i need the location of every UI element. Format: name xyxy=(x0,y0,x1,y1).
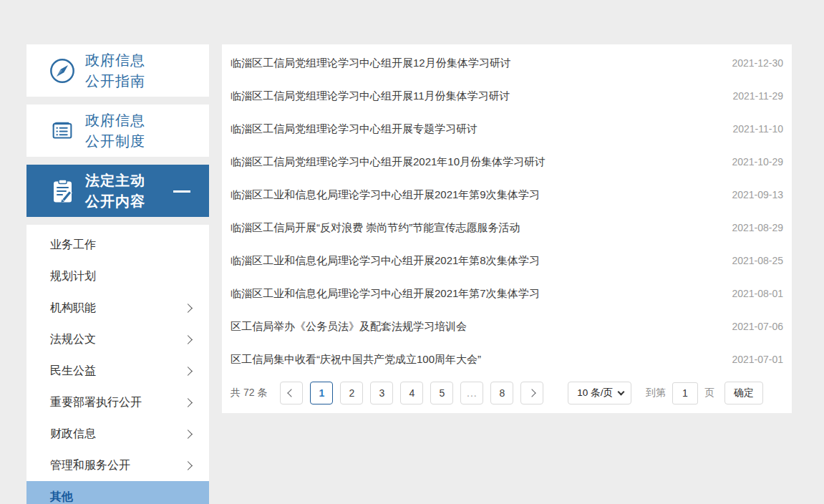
page: { "page": { "background": "#ededed", "ac… xyxy=(0,0,824,504)
policy-book-icon xyxy=(48,117,77,145)
page-size-value: 10 条/页 xyxy=(577,387,613,399)
sidebar-item-public-welfare[interactable]: 民生公益 xyxy=(26,355,209,387)
chevron-right-icon xyxy=(183,430,193,439)
goto-page-group: 到第 页 确定 xyxy=(646,382,763,404)
sidebar: 政府信息 公开指南 政府信息 公开制度 xyxy=(26,44,209,504)
content-panel: 临淄区工信局党组理论学习中心组开展12月份集体学习研讨 2021-12-30 临… xyxy=(222,44,792,413)
card-title: 法定主动 公开内容 xyxy=(85,170,145,212)
sidebar-card-statutory-disclosure[interactable]: 法定主动 公开内容 xyxy=(26,165,209,217)
page-button-1[interactable]: 1 xyxy=(310,382,333,404)
page-ellipsis-button[interactable]: ... xyxy=(460,382,483,404)
news-date: 2021-08-29 xyxy=(732,222,783,233)
news-title-link[interactable]: 临淄区工信局党组理论学习中心组开展11月份集体学习研讨 xyxy=(231,89,718,103)
total-count-label: 共 72 条 xyxy=(231,387,267,399)
menu-label: 业务工作 xyxy=(50,238,191,253)
chevron-right-icon xyxy=(183,304,193,313)
sidebar-item-management-service[interactable]: 管理和服务公开 xyxy=(26,450,209,481)
news-date: 2021-08-01 xyxy=(732,288,783,299)
list-item[interactable]: 临淄区工信局党组理论学习中心组开展12月份集体学习研讨 2021-12-30 xyxy=(231,47,783,79)
news-title-link[interactable]: 临淄区工业和信息化局理论学习中心组开展2021年第8次集体学习 xyxy=(231,254,717,268)
menu-label: 机构职能 xyxy=(50,301,185,316)
chevron-right-icon xyxy=(183,367,193,376)
card-title-line2: 公开制度 xyxy=(85,131,145,152)
news-date: 2021-09-13 xyxy=(732,189,783,200)
sidebar-item-other[interactable]: 其他 xyxy=(26,481,209,504)
goto-prefix-label: 到第 xyxy=(646,387,666,399)
news-date: 2021-11-10 xyxy=(732,123,783,135)
collapse-minus-icon[interactable] xyxy=(173,190,190,193)
clipboard-pen-icon xyxy=(48,177,77,205)
sidebar-item-planning[interactable]: 规划计划 xyxy=(26,261,209,292)
page-size-select[interactable]: 10 条/页 xyxy=(568,382,631,404)
card-title-line1: 政府信息 xyxy=(85,50,145,71)
goto-page-input[interactable] xyxy=(672,382,698,404)
chevron-right-icon xyxy=(183,461,193,470)
card-title: 政府信息 公开制度 xyxy=(85,110,145,152)
page-button-5[interactable]: 5 xyxy=(430,382,453,404)
menu-label: 民生公益 xyxy=(50,364,185,379)
goto-suffix-label: 页 xyxy=(704,387,714,399)
news-date: 2021-12-30 xyxy=(732,57,783,69)
page-button-8[interactable]: 8 xyxy=(490,382,513,404)
list-item[interactable]: 临淄区工业和信息化局理论学习中心组开展2021年第9次集体学习 2021-09-… xyxy=(231,178,783,211)
list-item[interactable]: 区工信局举办《公务员法》及配套法规学习培训会 2021-07-06 xyxy=(231,310,783,343)
sidebar-item-key-deployment[interactable]: 重要部署执行公开 xyxy=(26,387,209,418)
list-item[interactable]: 临淄区工业和信息化局理论学习中心组开展2021年第8次集体学习 2021-08-… xyxy=(231,244,783,277)
list-item[interactable]: 临淄区工信局党组理论学习中心组开展专题学习研讨 2021-11-10 xyxy=(231,112,783,145)
sidebar-item-fiscal-info[interactable]: 财政信息 xyxy=(26,418,209,450)
list-item[interactable]: 临淄区工信局党组理论学习中心组开展11月份集体学习研讨 2021-11-29 xyxy=(231,79,783,112)
chevron-down-icon xyxy=(617,388,624,395)
sidebar-submenu: 业务工作 规划计划 机构职能 法规公文 民生公益 重要部署执行公开 财政信息 管… xyxy=(26,225,209,504)
pagination-bar: 共 72 条 1 2 3 4 5 ... 8 10 条/页 到第 页 确定 xyxy=(222,376,792,404)
menu-label: 重要部署执行公开 xyxy=(50,395,185,410)
prev-page-button[interactable] xyxy=(280,382,303,404)
next-page-button[interactable] xyxy=(520,382,543,404)
page-button-4[interactable]: 4 xyxy=(400,382,423,404)
news-date: 2021-07-06 xyxy=(732,321,783,332)
page-button-3[interactable]: 3 xyxy=(370,382,393,404)
card-title-line1: 法定主动 xyxy=(85,170,145,191)
news-date: 2021-10-29 xyxy=(732,156,783,168)
sidebar-item-regulations[interactable]: 法规公文 xyxy=(26,324,209,355)
news-title-link[interactable]: 临淄区工信局党组理论学习中心组开展专题学习研讨 xyxy=(231,122,718,136)
menu-label: 其他 xyxy=(50,490,191,504)
news-title-link[interactable]: 临淄区工业和信息化局理论学习中心组开展2021年第9次集体学习 xyxy=(231,188,717,202)
list-item[interactable]: 临淄区工业和信息化局理论学习中心组开展2021年第7次集体学习 2021-08-… xyxy=(231,277,783,310)
menu-label: 规划计划 xyxy=(50,269,191,284)
chevron-right-icon xyxy=(528,389,536,397)
chevron-left-icon xyxy=(288,389,296,397)
confirm-button[interactable]: 确定 xyxy=(724,382,763,404)
compass-icon xyxy=(48,57,77,85)
menu-label: 财政信息 xyxy=(50,427,185,442)
menu-label: 法规公文 xyxy=(50,332,185,347)
news-title-link[interactable]: 区工信局举办《公务员法》及配套法规学习培训会 xyxy=(231,320,717,334)
list-item[interactable]: 临淄区工信局党组理论学习中心组开展2021年10月份集体学习研讨 2021-10… xyxy=(231,145,783,178)
chevron-right-icon xyxy=(183,398,193,407)
chevron-right-icon xyxy=(183,335,193,344)
sidebar-item-business-work[interactable]: 业务工作 xyxy=(26,229,209,261)
news-title-link[interactable]: 区工信局集中收看“庆祝中国共产党成立100周年大会” xyxy=(231,353,717,367)
news-list: 临淄区工信局党组理论学习中心组开展12月份集体学习研讨 2021-12-30 临… xyxy=(222,44,792,376)
sidebar-item-org-functions[interactable]: 机构职能 xyxy=(26,292,209,324)
news-title-link[interactable]: 临淄区工信局党组理论学习中心组开展12月份集体学习研讨 xyxy=(231,57,717,70)
menu-label: 管理和服务公开 xyxy=(50,458,185,473)
news-date: 2021-11-29 xyxy=(732,90,783,102)
list-item[interactable]: 临淄区工信局开展“反对浪费 崇尚节约”节能宣传志愿服务活动 2021-08-29 xyxy=(231,211,783,244)
list-item[interactable]: 区工信局集中收看“庆祝中国共产党成立100周年大会” 2021-07-01 xyxy=(231,343,783,376)
sidebar-card-gov-info-guide[interactable]: 政府信息 公开指南 xyxy=(26,44,209,97)
page-button-2[interactable]: 2 xyxy=(340,382,363,404)
card-title-line2: 公开指南 xyxy=(85,71,145,92)
card-title-line2: 公开内容 xyxy=(85,191,145,212)
news-date: 2021-07-01 xyxy=(732,354,783,365)
news-title-link[interactable]: 临淄区工信局开展“反对浪费 崇尚节约”节能宣传志愿服务活动 xyxy=(231,221,717,235)
card-title: 政府信息 公开指南 xyxy=(85,50,145,92)
card-title-line1: 政府信息 xyxy=(85,110,145,131)
news-date: 2021-08-25 xyxy=(732,255,783,266)
news-title-link[interactable]: 临淄区工信局党组理论学习中心组开展2021年10月份集体学习研讨 xyxy=(231,155,717,169)
sidebar-card-gov-info-system[interactable]: 政府信息 公开制度 xyxy=(26,105,209,157)
news-title-link[interactable]: 临淄区工业和信息化局理论学习中心组开展2021年第7次集体学习 xyxy=(231,287,717,301)
